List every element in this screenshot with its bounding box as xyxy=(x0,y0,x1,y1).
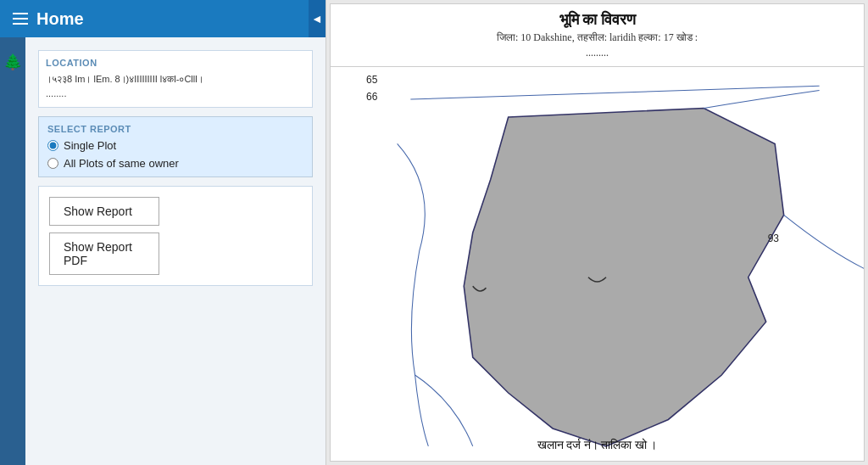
collapse-arrow-icon[interactable]: ◄ xyxy=(309,0,326,37)
location-label: LOCATION xyxy=(46,58,305,68)
location-text-line1: ।५२३8 Im। lEm. 8।)४IIIIIIIII l४कl-०Clll। xyxy=(46,72,305,87)
all-plots-radio[interactable] xyxy=(47,158,58,169)
map-header: भूमि का विवरण जिला: 10 Dakshine, तहसील: … xyxy=(331,4,864,67)
map-subtitle: जिला: 10 Dakshine, तहसील: laridih हल्का:… xyxy=(339,31,855,44)
map-bottom-text: खलान दर्ज नं। तालिका खो । xyxy=(331,439,864,452)
main-content-area: भूमि का विवरण जिला: 10 Dakshine, तहसील: … xyxy=(330,3,865,462)
label-65: 65 xyxy=(366,74,377,86)
select-report-label: SELECT REPORT xyxy=(47,124,303,134)
location-section: LOCATION ।५२३8 Im। lEm. 8।)४IIIIIIIII l४… xyxy=(38,50,313,108)
map-title: भूमि का विवरण xyxy=(339,11,855,29)
buttons-section: Show Report Show Report PDF xyxy=(38,186,313,286)
show-report-pdf-button[interactable]: Show Report PDF xyxy=(49,232,159,275)
all-plots-label: All Plots of same owner xyxy=(64,157,179,170)
report-radio-group: Single Plot All Plots of same owner xyxy=(47,139,303,170)
label-66: 66 xyxy=(366,91,377,103)
sidebar-header: Home ◄ xyxy=(0,0,326,37)
hamburger-menu-icon[interactable] xyxy=(13,13,28,25)
single-plot-option[interactable]: Single Plot xyxy=(47,139,303,152)
svg-marker-1 xyxy=(464,109,783,446)
map-svg xyxy=(331,67,864,461)
show-report-button[interactable]: Show Report xyxy=(49,197,159,226)
sidebar-title: Home xyxy=(36,9,84,29)
map-subtitle2: ......... xyxy=(339,47,855,59)
select-report-section: SELECT REPORT Single Plot All Plots of s… xyxy=(38,116,313,177)
main-panel: LOCATION ।५२३8 Im। lEm. 8।)४IIIIIIIII l४… xyxy=(25,37,326,465)
all-plots-option[interactable]: All Plots of same owner xyxy=(47,157,303,170)
svg-line-0 xyxy=(410,86,819,99)
location-text-line2: ........ xyxy=(46,87,305,101)
single-plot-radio[interactable] xyxy=(47,140,58,151)
map-area: 65 66 93 खलान दर्ज नं। तालिका खो । xyxy=(331,67,864,461)
sidebar-nav: 🌲 xyxy=(0,37,25,465)
single-plot-label: Single Plot xyxy=(64,139,116,152)
tree-icon[interactable]: 🌲 xyxy=(3,46,22,78)
label-93: 93 xyxy=(768,232,779,244)
